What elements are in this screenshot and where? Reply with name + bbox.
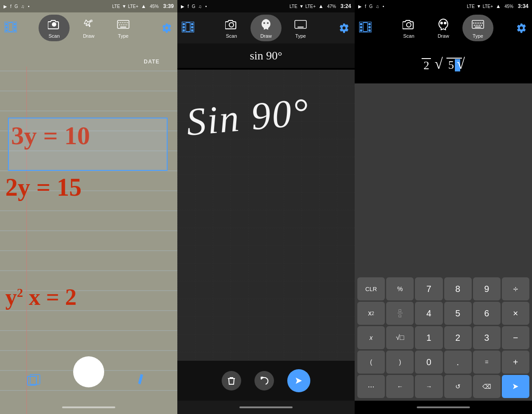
lte-2: LTE [289, 4, 297, 9]
toolbar-center-1: Scan Draw [39, 15, 139, 41]
key-7[interactable]: 7 [415, 277, 442, 300]
key-ellipsis[interactable]: ··· [357, 375, 385, 398]
key-mul[interactable]: × [502, 302, 529, 325]
draw-bottom-bar [177, 361, 355, 401]
math-line2: 2y = 15 [5, 173, 82, 201]
nav-bar-2 [177, 401, 355, 414]
type-result-bar: 2 √ 5 √ [355, 43, 532, 83]
key-sub[interactable]: − [502, 326, 529, 349]
music-icon-2: ♫ [199, 4, 202, 9]
film-strip-btn-2[interactable] [182, 22, 194, 34]
keyboard-row-1: CLR % 7 8 9 ÷ [357, 277, 529, 300]
svg-rect-42 [138, 374, 143, 384]
google-icon-2: G [192, 4, 196, 9]
draw-canvas[interactable]: Sin 90° [177, 68, 355, 361]
key-left-arrow[interactable]: ← [386, 375, 414, 398]
scan-selection-rect[interactable] [8, 118, 168, 171]
key-8[interactable]: 8 [444, 277, 472, 300]
nav-indicator-1 [62, 406, 115, 408]
keyboard-row-4: ( ) 0 . = + [357, 351, 529, 374]
film-strip-btn-3[interactable] [359, 22, 372, 34]
key-6[interactable]: 6 [473, 302, 501, 325]
status-icons-left-3: ▶ f G ♫ • [358, 4, 384, 9]
keyboard-row-3: x √□ 1 2 3 − [357, 326, 529, 349]
svg-rect-65 [368, 29, 371, 32]
key-fraction[interactable]: □ □ [386, 302, 414, 325]
type-btn-1[interactable]: Type [108, 15, 139, 41]
svg-rect-51 [186, 23, 190, 32]
type-btn-3[interactable]: Type [462, 15, 493, 41]
key-x[interactable]: x [357, 326, 385, 349]
status-icons-right: LTE ▾ LTE+ ▲ 45% 3:39 [112, 3, 174, 9]
key-4[interactable]: 4 [415, 302, 442, 325]
key-5[interactable]: 5 [444, 302, 472, 325]
key-0[interactable]: 0 [415, 351, 442, 374]
key-lparen[interactable]: ( [357, 351, 385, 374]
key-3[interactable]: 3 [473, 326, 501, 349]
send-btn-2[interactable] [287, 369, 310, 392]
key-div[interactable]: ÷ [502, 277, 529, 300]
key-sqrt[interactable]: √□ [386, 326, 414, 349]
time-label-3: 3:34 [518, 3, 528, 9]
svg-rect-21 [5, 29, 8, 32]
empty-type-area[interactable] [355, 83, 532, 301]
key-2[interactable]: 2 [444, 326, 472, 349]
settings-btn-1[interactable] [160, 22, 173, 34]
battery-label-2: 47% [327, 4, 336, 9]
key-9[interactable]: 9 [473, 277, 501, 300]
svg-rect-49 [191, 26, 193, 28]
scan-btn-1[interactable]: Scan [39, 15, 70, 41]
svg-point-69 [444, 22, 446, 24]
pencil-icon[interactable] [134, 373, 146, 387]
key-x2[interactable]: x2 [357, 302, 385, 325]
google-icon: G [15, 4, 18, 9]
type-btn-2[interactable]: Type [285, 15, 316, 41]
undo-btn[interactable] [254, 371, 274, 390]
camera-icon-2 [224, 17, 239, 32]
draw-btn-3[interactable]: Draw [428, 15, 459, 41]
key-1[interactable]: 1 [415, 326, 442, 349]
youtube-icon: ▶ [4, 4, 7, 9]
key-percent[interactable]: % [386, 277, 414, 300]
svg-rect-24 [14, 29, 16, 32]
key-backspace[interactable]: ⌫ [473, 375, 501, 398]
toolbar-3: Scan Draw [355, 12, 532, 43]
gallery-icon[interactable] [27, 374, 41, 390]
key-equals[interactable]: = [473, 351, 501, 374]
shutter-button[interactable] [73, 356, 104, 387]
signal-icon: ▾ [123, 3, 125, 9]
signal-2: ▾ [300, 3, 303, 9]
key-undo[interactable]: ↺ [444, 375, 472, 398]
draw-btn-2[interactable]: Draw [250, 15, 282, 41]
time-label-1: 3:39 [163, 3, 174, 9]
key-send[interactable] [502, 375, 529, 398]
music-icon-3: ♫ [376, 4, 379, 9]
scan-btn-3[interactable]: Scan [393, 15, 424, 41]
lte-label: LTE [112, 4, 120, 9]
status-icons-left-2: ▶ f G ♫ • [181, 4, 207, 9]
draw-label-3: Draw [438, 33, 449, 39]
key-rparen[interactable]: ) [386, 351, 414, 374]
svg-rect-19 [5, 23, 8, 25]
settings-btn-2[interactable] [338, 22, 350, 34]
delete-btn[interactable] [222, 371, 241, 390]
draw-btn-1[interactable]: Draw [73, 15, 104, 41]
key-right-arrow[interactable]: → [415, 375, 442, 398]
scan-label-3: Scan [403, 33, 414, 39]
draw-result-text: sin 90° [250, 49, 282, 63]
film-strip-btn-1[interactable] [4, 22, 17, 34]
svg-rect-45 [183, 23, 185, 25]
key-clr[interactable]: CLR [357, 277, 385, 300]
scan-btn-2[interactable]: Scan [216, 15, 247, 41]
svg-rect-48 [191, 23, 193, 25]
google-icon-3: G [369, 4, 373, 9]
lte2-3: LTE+ [483, 4, 493, 9]
svg-point-53 [263, 22, 265, 24]
nav-bar-3 [355, 401, 532, 414]
math-line3: y2 x = 2 [5, 284, 77, 310]
key-dot[interactable]: . [444, 351, 472, 374]
dot-2: • [205, 4, 207, 9]
settings-btn-3[interactable] [515, 22, 528, 34]
key-add[interactable]: + [502, 351, 529, 374]
panel-type: ▶ f G ♫ • LTE ▾ LTE+ ▲ 45% 3:34 [355, 0, 532, 414]
